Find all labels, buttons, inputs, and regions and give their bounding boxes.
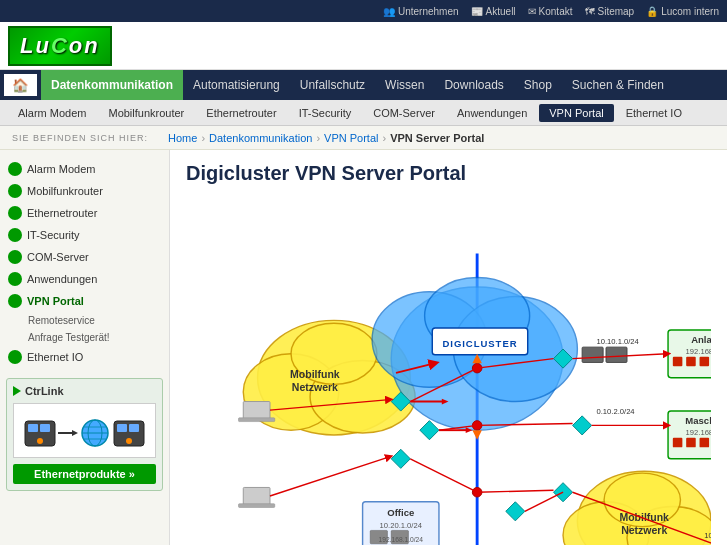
- vpn-diagram-svg: Mobilfunk Netzwerk DIGICLUSTER Mobilfunk…: [186, 197, 711, 545]
- breadcrumb-bar: SIE BEFINDEN SICH HIER: Home › Datenkomm…: [0, 126, 727, 150]
- sidebar-item-mobilfunkrouter[interactable]: Mobilfunkrouter: [0, 180, 169, 202]
- nav-suchen[interactable]: Suchen & Finden: [562, 70, 674, 100]
- svg-text:10.10.1.0/24: 10.10.1.0/24: [596, 337, 639, 346]
- nav-wissen[interactable]: Wissen: [375, 70, 434, 100]
- nav-datenkommunikation[interactable]: Datenkommunikation: [41, 70, 183, 100]
- sidebar-icon-com-server: [8, 250, 22, 264]
- svg-text:Office: Office: [387, 507, 414, 518]
- svg-marker-63: [554, 483, 573, 502]
- svg-rect-45: [700, 357, 710, 367]
- sitemap-icon: 🗺: [585, 6, 595, 17]
- sidebar-item-com-server[interactable]: COM-Server: [0, 246, 169, 268]
- logo: LuCon: [8, 26, 112, 66]
- svg-text:10.10.4.0/24: 10.10.4.0/24: [704, 531, 711, 540]
- svg-text:0.10.2.0/24: 0.10.2.0/24: [596, 407, 635, 416]
- aktuell-link[interactable]: 📰 Aktuell: [471, 6, 516, 17]
- sidebar-item-it-security[interactable]: IT-Security: [0, 224, 169, 246]
- subnav-vpn-portal[interactable]: VPN Portal: [539, 104, 613, 122]
- svg-rect-51: [700, 438, 710, 448]
- you-are-here-label: SIE BEFINDEN SICH HIER:: [12, 133, 148, 143]
- svg-text:192.168.1.0/24: 192.168.1.0/24: [686, 347, 711, 356]
- breadcrumb-datenkommunikation[interactable]: Datenkommunikation: [209, 132, 312, 144]
- sidebar-icon-vpn-portal: [8, 294, 22, 308]
- sidebar-item-ethernet-io[interactable]: Ethernet IO: [0, 346, 169, 368]
- svg-rect-49: [673, 438, 683, 448]
- sidebar-subitem-anfrage[interactable]: Anfrage Testgerät!: [0, 329, 169, 346]
- subnav-mobilfunkrouter[interactable]: Mobilfunkrouter: [98, 104, 194, 122]
- sidebar-icon-alarm-modem: [8, 162, 22, 176]
- breadcrumb-sep-2: ›: [316, 132, 320, 144]
- vpn-diagram: Mobilfunk Netzwerk DIGICLUSTER Mobilfunk…: [186, 197, 711, 545]
- sidebar-icon-mobilfunkrouter: [8, 184, 22, 198]
- svg-rect-2: [40, 424, 50, 432]
- breadcrumb-home[interactable]: Home: [168, 132, 197, 144]
- svg-text:Netzwerk: Netzwerk: [292, 381, 338, 393]
- sidebar-item-vpn-portal[interactable]: VPN Portal: [0, 290, 169, 312]
- sidebar-item-ethernetrouter[interactable]: Ethernetrouter: [0, 202, 169, 224]
- svg-text:192.168.1.0/24: 192.168.1.0/24: [686, 428, 711, 437]
- svg-marker-59: [420, 421, 439, 440]
- sidebar-subitem-remoteservice[interactable]: Remoteservice: [0, 312, 169, 329]
- ctrlink-button[interactable]: Ethernetprodukte »: [13, 464, 156, 484]
- main-content: Digicluster VPN Server Portal Mobilfunk …: [170, 150, 727, 545]
- top-utility-bar: 👥 Unternehmen 📰 Aktuell ✉ Kontakt 🗺 Site…: [0, 0, 727, 22]
- svg-text:Anlage 1: Anlage 1: [691, 334, 711, 345]
- breadcrumb-current: VPN Server Portal: [390, 132, 484, 144]
- nav-unfallschutz[interactable]: Unfallschutz: [290, 70, 375, 100]
- subnav-com-server[interactable]: COM-Server: [363, 104, 445, 122]
- subnav-ethernetrouter[interactable]: Ethernetrouter: [196, 104, 286, 122]
- nav-downloads[interactable]: Downloads: [434, 70, 513, 100]
- lock-icon: 🔒: [646, 6, 658, 17]
- svg-rect-13: [129, 424, 139, 432]
- nav-automatisierung[interactable]: Automatisierung: [183, 70, 290, 100]
- sidebar-icon-anwendungen: [8, 272, 22, 286]
- sidebar-icon-ethernet-io: [8, 350, 22, 364]
- main-navigation: 🏠 Datenkommunikation Automatisierung Unf…: [0, 70, 727, 100]
- breadcrumb-sep-1: ›: [201, 132, 205, 144]
- sidebar-item-alarm-modem[interactable]: Alarm Modem: [0, 158, 169, 180]
- svg-rect-12: [117, 424, 127, 432]
- news-icon: 📰: [471, 6, 483, 17]
- svg-rect-66: [606, 347, 627, 362]
- sidebar-icon-ethernetrouter: [8, 206, 22, 220]
- svg-marker-64: [506, 502, 525, 521]
- svg-rect-73: [239, 418, 275, 422]
- contact-icon: ✉: [528, 6, 536, 17]
- ctrlink-box: CtrLink: [6, 378, 163, 491]
- svg-line-93: [410, 459, 477, 492]
- svg-point-3: [37, 438, 43, 444]
- breadcrumb: Home › Datenkommunikation › VPN Portal ›…: [168, 132, 484, 144]
- svg-rect-50: [686, 438, 696, 448]
- lucom-intern-link[interactable]: 🔒 Lucom intern: [646, 6, 719, 17]
- svg-marker-60: [391, 449, 410, 468]
- kontakt-link[interactable]: ✉ Kontakt: [528, 6, 573, 17]
- subnav-ethernet-io[interactable]: Ethernet IO: [616, 104, 692, 122]
- svg-rect-74: [243, 487, 270, 504]
- svg-marker-62: [573, 416, 592, 435]
- ctrlink-image: [13, 403, 156, 458]
- breadcrumb-sep-3: ›: [382, 132, 386, 144]
- sidebar-item-anwendungen[interactable]: Anwendungen: [0, 268, 169, 290]
- nav-shop[interactable]: Shop: [514, 70, 562, 100]
- svg-rect-44: [686, 357, 696, 367]
- subnav-alarm-modem[interactable]: Alarm Modem: [8, 104, 96, 122]
- sitemap-link[interactable]: 🗺 Sitemap: [585, 6, 635, 17]
- subnav-it-security[interactable]: IT-Security: [289, 104, 362, 122]
- unternehmen-link[interactable]: 👥 Unternehmen: [383, 6, 459, 17]
- svg-rect-75: [239, 504, 275, 508]
- breadcrumb-vpn-portal[interactable]: VPN Portal: [324, 132, 378, 144]
- svg-text:Netzwerk: Netzwerk: [621, 524, 667, 536]
- svg-text:DIGICLUSTER: DIGICLUSTER: [442, 338, 517, 349]
- svg-text:Maschine 2: Maschine 2: [685, 415, 711, 426]
- users-icon: 👥: [383, 6, 395, 17]
- home-button[interactable]: 🏠: [4, 74, 37, 96]
- svg-text:Mobilfunk: Mobilfunk: [290, 368, 340, 380]
- ctrlink-title: CtrLink: [13, 385, 156, 397]
- svg-rect-43: [673, 357, 683, 367]
- sidebar-icon-it-security: [8, 228, 22, 242]
- svg-line-82: [270, 457, 389, 496]
- subnav-anwendungen[interactable]: Anwendungen: [447, 104, 537, 122]
- page-title: Digicluster VPN Server Portal: [186, 162, 711, 185]
- svg-text:10.20.1.0/24: 10.20.1.0/24: [380, 521, 423, 530]
- svg-line-95: [525, 492, 563, 511]
